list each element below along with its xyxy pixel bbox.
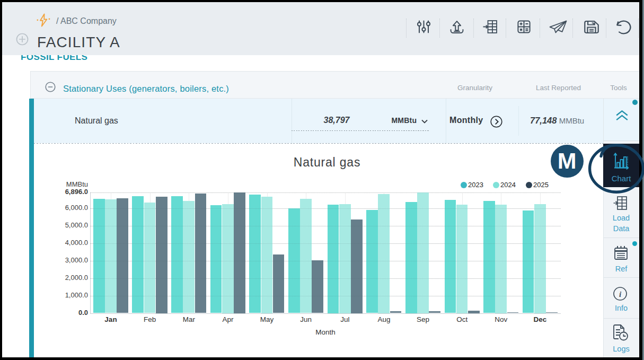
svg-text:i: i [619, 290, 622, 298]
